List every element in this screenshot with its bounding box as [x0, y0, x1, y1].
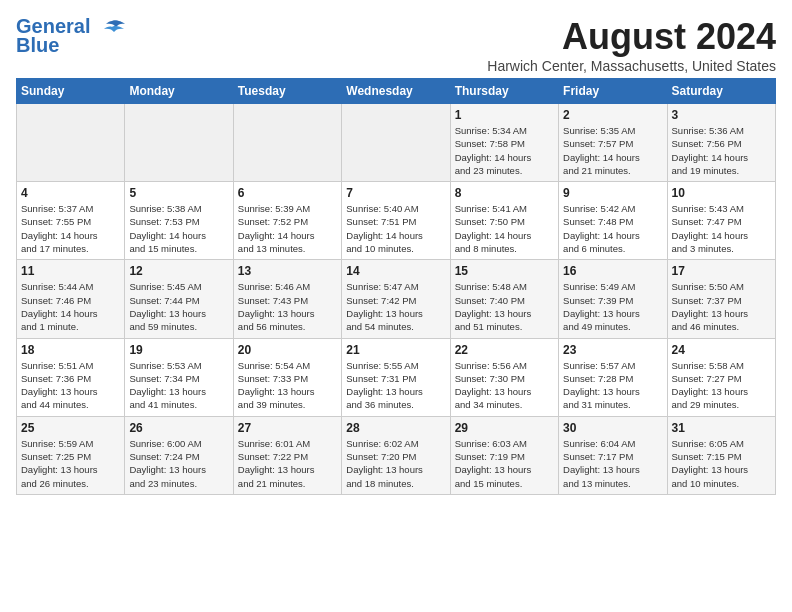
day-content: Sunrise: 5:36 AM Sunset: 7:56 PM Dayligh… — [672, 124, 771, 177]
logo-bird-icon — [98, 19, 126, 37]
day-number: 16 — [563, 264, 662, 278]
day-content: Sunrise: 6:02 AM Sunset: 7:20 PM Dayligh… — [346, 437, 445, 490]
day-number: 22 — [455, 343, 554, 357]
day-content: Sunrise: 5:38 AM Sunset: 7:53 PM Dayligh… — [129, 202, 228, 255]
day-number: 4 — [21, 186, 120, 200]
day-number: 6 — [238, 186, 337, 200]
calendar-cell: 25Sunrise: 5:59 AM Sunset: 7:25 PM Dayli… — [17, 416, 125, 494]
day-number: 1 — [455, 108, 554, 122]
day-content: Sunrise: 5:43 AM Sunset: 7:47 PM Dayligh… — [672, 202, 771, 255]
day-content: Sunrise: 5:39 AM Sunset: 7:52 PM Dayligh… — [238, 202, 337, 255]
day-content: Sunrise: 5:34 AM Sunset: 7:58 PM Dayligh… — [455, 124, 554, 177]
day-number: 31 — [672, 421, 771, 435]
weekday-header-row: SundayMondayTuesdayWednesdayThursdayFrid… — [17, 79, 776, 104]
month-year-title: August 2024 — [487, 16, 776, 58]
calendar-cell: 11Sunrise: 5:44 AM Sunset: 7:46 PM Dayli… — [17, 260, 125, 338]
weekday-header-friday: Friday — [559, 79, 667, 104]
weekday-header-sunday: Sunday — [17, 79, 125, 104]
calendar-cell: 2Sunrise: 5:35 AM Sunset: 7:57 PM Daylig… — [559, 104, 667, 182]
calendar-cell: 15Sunrise: 5:48 AM Sunset: 7:40 PM Dayli… — [450, 260, 558, 338]
calendar-week-3: 11Sunrise: 5:44 AM Sunset: 7:46 PM Dayli… — [17, 260, 776, 338]
day-number: 8 — [455, 186, 554, 200]
calendar-cell: 19Sunrise: 5:53 AM Sunset: 7:34 PM Dayli… — [125, 338, 233, 416]
day-content: Sunrise: 6:03 AM Sunset: 7:19 PM Dayligh… — [455, 437, 554, 490]
calendar-cell: 21Sunrise: 5:55 AM Sunset: 7:31 PM Dayli… — [342, 338, 450, 416]
calendar-cell: 22Sunrise: 5:56 AM Sunset: 7:30 PM Dayli… — [450, 338, 558, 416]
calendar-week-2: 4Sunrise: 5:37 AM Sunset: 7:55 PM Daylig… — [17, 182, 776, 260]
day-number: 25 — [21, 421, 120, 435]
calendar-cell: 12Sunrise: 5:45 AM Sunset: 7:44 PM Dayli… — [125, 260, 233, 338]
calendar-table: SundayMondayTuesdayWednesdayThursdayFrid… — [16, 78, 776, 495]
calendar-cell — [342, 104, 450, 182]
weekday-header-thursday: Thursday — [450, 79, 558, 104]
calendar-cell: 27Sunrise: 6:01 AM Sunset: 7:22 PM Dayli… — [233, 416, 341, 494]
day-number: 21 — [346, 343, 445, 357]
day-number: 29 — [455, 421, 554, 435]
calendar-cell: 30Sunrise: 6:04 AM Sunset: 7:17 PM Dayli… — [559, 416, 667, 494]
calendar-cell: 29Sunrise: 6:03 AM Sunset: 7:19 PM Dayli… — [450, 416, 558, 494]
day-number: 14 — [346, 264, 445, 278]
day-content: Sunrise: 5:59 AM Sunset: 7:25 PM Dayligh… — [21, 437, 120, 490]
calendar-cell: 16Sunrise: 5:49 AM Sunset: 7:39 PM Dayli… — [559, 260, 667, 338]
day-number: 12 — [129, 264, 228, 278]
calendar-cell: 8Sunrise: 5:41 AM Sunset: 7:50 PM Daylig… — [450, 182, 558, 260]
calendar-cell: 13Sunrise: 5:46 AM Sunset: 7:43 PM Dayli… — [233, 260, 341, 338]
calendar-cell: 17Sunrise: 5:50 AM Sunset: 7:37 PM Dayli… — [667, 260, 775, 338]
day-content: Sunrise: 6:01 AM Sunset: 7:22 PM Dayligh… — [238, 437, 337, 490]
day-number: 9 — [563, 186, 662, 200]
day-number: 11 — [21, 264, 120, 278]
calendar-cell — [125, 104, 233, 182]
day-content: Sunrise: 5:49 AM Sunset: 7:39 PM Dayligh… — [563, 280, 662, 333]
day-number: 30 — [563, 421, 662, 435]
calendar-week-4: 18Sunrise: 5:51 AM Sunset: 7:36 PM Dayli… — [17, 338, 776, 416]
day-number: 2 — [563, 108, 662, 122]
day-number: 23 — [563, 343, 662, 357]
calendar-cell — [233, 104, 341, 182]
day-content: Sunrise: 6:05 AM Sunset: 7:15 PM Dayligh… — [672, 437, 771, 490]
day-content: Sunrise: 5:57 AM Sunset: 7:28 PM Dayligh… — [563, 359, 662, 412]
calendar-cell: 5Sunrise: 5:38 AM Sunset: 7:53 PM Daylig… — [125, 182, 233, 260]
day-content: Sunrise: 5:54 AM Sunset: 7:33 PM Dayligh… — [238, 359, 337, 412]
day-content: Sunrise: 5:37 AM Sunset: 7:55 PM Dayligh… — [21, 202, 120, 255]
day-number: 7 — [346, 186, 445, 200]
weekday-header-wednesday: Wednesday — [342, 79, 450, 104]
day-content: Sunrise: 5:53 AM Sunset: 7:34 PM Dayligh… — [129, 359, 228, 412]
calendar-week-5: 25Sunrise: 5:59 AM Sunset: 7:25 PM Dayli… — [17, 416, 776, 494]
day-number: 17 — [672, 264, 771, 278]
day-number: 5 — [129, 186, 228, 200]
logo-line2: Blue — [16, 35, 59, 55]
calendar-cell: 31Sunrise: 6:05 AM Sunset: 7:15 PM Dayli… — [667, 416, 775, 494]
day-content: Sunrise: 5:45 AM Sunset: 7:44 PM Dayligh… — [129, 280, 228, 333]
day-number: 18 — [21, 343, 120, 357]
weekday-header-monday: Monday — [125, 79, 233, 104]
calendar-cell: 9Sunrise: 5:42 AM Sunset: 7:48 PM Daylig… — [559, 182, 667, 260]
calendar-cell: 26Sunrise: 6:00 AM Sunset: 7:24 PM Dayli… — [125, 416, 233, 494]
day-content: Sunrise: 5:51 AM Sunset: 7:36 PM Dayligh… — [21, 359, 120, 412]
weekday-header-saturday: Saturday — [667, 79, 775, 104]
day-number: 27 — [238, 421, 337, 435]
day-content: Sunrise: 5:41 AM Sunset: 7:50 PM Dayligh… — [455, 202, 554, 255]
calendar-cell: 4Sunrise: 5:37 AM Sunset: 7:55 PM Daylig… — [17, 182, 125, 260]
location-subtitle: Harwich Center, Massachusetts, United St… — [487, 58, 776, 74]
calendar-cell: 24Sunrise: 5:58 AM Sunset: 7:27 PM Dayli… — [667, 338, 775, 416]
day-content: Sunrise: 5:48 AM Sunset: 7:40 PM Dayligh… — [455, 280, 554, 333]
calendar-cell: 3Sunrise: 5:36 AM Sunset: 7:56 PM Daylig… — [667, 104, 775, 182]
day-number: 13 — [238, 264, 337, 278]
day-number: 26 — [129, 421, 228, 435]
day-content: Sunrise: 5:47 AM Sunset: 7:42 PM Dayligh… — [346, 280, 445, 333]
day-content: Sunrise: 5:44 AM Sunset: 7:46 PM Dayligh… — [21, 280, 120, 333]
calendar-cell: 1Sunrise: 5:34 AM Sunset: 7:58 PM Daylig… — [450, 104, 558, 182]
calendar-cell: 28Sunrise: 6:02 AM Sunset: 7:20 PM Dayli… — [342, 416, 450, 494]
calendar-cell: 6Sunrise: 5:39 AM Sunset: 7:52 PM Daylig… — [233, 182, 341, 260]
calendar-cell: 18Sunrise: 5:51 AM Sunset: 7:36 PM Dayli… — [17, 338, 125, 416]
day-number: 3 — [672, 108, 771, 122]
day-content: Sunrise: 5:46 AM Sunset: 7:43 PM Dayligh… — [238, 280, 337, 333]
day-number: 28 — [346, 421, 445, 435]
day-content: Sunrise: 5:42 AM Sunset: 7:48 PM Dayligh… — [563, 202, 662, 255]
calendar-cell: 23Sunrise: 5:57 AM Sunset: 7:28 PM Dayli… — [559, 338, 667, 416]
day-number: 10 — [672, 186, 771, 200]
calendar-cell: 10Sunrise: 5:43 AM Sunset: 7:47 PM Dayli… — [667, 182, 775, 260]
calendar-cell — [17, 104, 125, 182]
day-number: 19 — [129, 343, 228, 357]
page-header: General Blue August 2024 Harwich Center,… — [16, 16, 776, 74]
